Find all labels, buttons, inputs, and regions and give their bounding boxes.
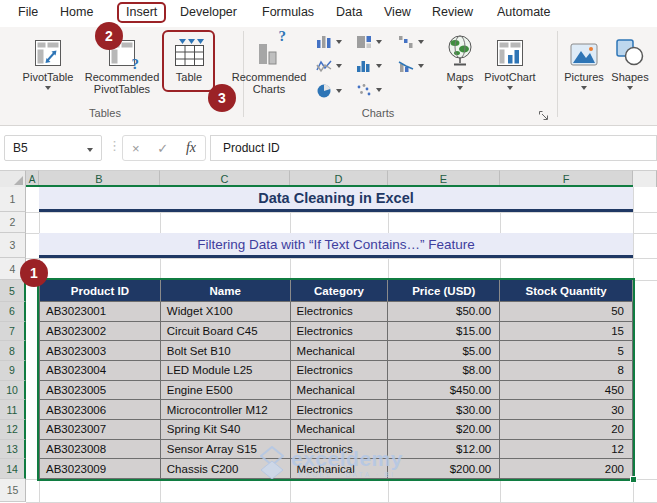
maps-button[interactable]: Maps (440, 32, 480, 90)
row-header-9[interactable]: 9 (0, 361, 26, 381)
table-cell[interactable]: Microcontroller M12 (161, 400, 291, 420)
menu-tab-insert[interactable]: Insert (117, 2, 166, 23)
pivottable-button[interactable]: PivotTable (16, 32, 80, 90)
table-header-cell[interactable]: Product ID (40, 280, 161, 302)
menu-tab-formulas[interactable]: Formulas (262, 5, 314, 19)
table-cell[interactable]: 5 (500, 341, 633, 361)
row-header-3[interactable]: 3 (0, 233, 26, 258)
row-header-1[interactable]: 1 (0, 187, 26, 212)
table-cell[interactable]: AB3023006 (40, 400, 161, 420)
table-cell[interactable]: 15 (500, 322, 633, 342)
pivotchart-button[interactable]: PivotChart (482, 32, 538, 90)
table-cell[interactable]: Bolt Set B10 (161, 341, 291, 361)
table-cell[interactable]: Chassis C200 (161, 459, 291, 479)
name-box[interactable]: B5 (4, 135, 102, 161)
column-chart-icon[interactable] (316, 35, 342, 49)
table-cell[interactable]: Sensor Array S15 (161, 440, 291, 460)
table-cell[interactable]: AB3023009 (40, 459, 161, 479)
table-cell[interactable]: Engine E500 (161, 381, 291, 401)
table-header-cell[interactable]: Category (291, 280, 389, 302)
worksheet-subtitle-cell[interactable]: Filtering Data with “If Text Contains…” … (39, 233, 633, 258)
worksheet-title-cell[interactable]: Data Cleaning in Excel (39, 187, 633, 212)
enter-icon[interactable]: ✓ (157, 141, 168, 156)
table-cell[interactable]: AB3023007 (40, 420, 161, 440)
table-cell[interactable]: Mechanical (291, 420, 389, 440)
row-header-13[interactable]: 13 (0, 440, 26, 460)
table-cell[interactable]: Electronics (291, 361, 389, 381)
menu-tab-home[interactable]: Home (60, 5, 93, 19)
menu-tab-developer[interactable]: Developer (180, 5, 237, 19)
row-header-14[interactable]: 14 (0, 459, 26, 479)
table-cell[interactable]: $8.00 (388, 361, 500, 381)
select-all-button[interactable] (0, 170, 26, 187)
shapes-button[interactable]: Shapes (608, 32, 652, 90)
table-cell[interactable]: $20.00 (388, 420, 500, 440)
table-cell[interactable]: AB3023002 (40, 322, 161, 342)
table-cell[interactable]: $200.00 (388, 459, 500, 479)
table-cell[interactable]: Electronics (291, 440, 389, 460)
table-cell[interactable]: Electronics (291, 302, 389, 322)
row-header-7[interactable]: 7 (0, 322, 26, 342)
recommended-pivottables-button[interactable]: ? Recommended PivotTables (82, 32, 162, 95)
chevron-down-icon (507, 86, 513, 90)
table-cell[interactable]: AB3023001 (40, 302, 161, 322)
row-header-10[interactable]: 10 (0, 381, 26, 401)
table-cell[interactable]: 50 (500, 302, 633, 322)
row-header-5[interactable]: 5 (0, 280, 26, 302)
recommended-charts-button[interactable]: ? Recommended Charts (234, 32, 304, 95)
combo-chart-icon[interactable] (398, 59, 424, 73)
table-cell[interactable]: 12 (500, 440, 633, 460)
table-cell[interactable]: 20 (500, 420, 633, 440)
pie-chart-icon[interactable] (316, 83, 342, 99)
table-cell[interactable]: $15.00 (388, 322, 500, 342)
table-cell[interactable]: Widget X100 (161, 302, 291, 322)
row-header-12[interactable]: 12 (0, 420, 26, 440)
table-cell[interactable]: Electronics (291, 322, 389, 342)
table-cell[interactable]: 200 (500, 459, 633, 479)
table-cell[interactable]: AB3023005 (40, 381, 161, 401)
table-cell[interactable]: $12.00 (388, 440, 500, 460)
row-header-2[interactable]: 2 (0, 212, 26, 233)
table-cell[interactable]: Mechanical (291, 459, 389, 479)
column-header-partial[interactable] (633, 170, 657, 187)
table-cell[interactable]: 450 (500, 381, 633, 401)
pivottable-label: PivotTable (23, 71, 74, 83)
table-cell[interactable]: LED Module L25 (161, 361, 291, 381)
cancel-icon[interactable]: × (132, 141, 140, 156)
pictures-button[interactable]: Pictures (562, 32, 606, 90)
menu-tab-review[interactable]: Review (432, 5, 473, 19)
table-header-cell[interactable]: Name (161, 280, 291, 302)
menu-tab-view[interactable]: View (384, 5, 411, 19)
menu-tab-automate[interactable]: Automate (497, 5, 551, 19)
table-cell[interactable]: Mechanical (291, 381, 389, 401)
table-cell[interactable]: AB3023008 (40, 440, 161, 460)
table-cell[interactable]: Electronics (291, 400, 389, 420)
scatter-chart-icon[interactable] (356, 83, 382, 97)
table-cell[interactable]: 8 (500, 361, 633, 381)
table-cell[interactable]: Mechanical (291, 341, 389, 361)
table-cell[interactable]: $50.00 (388, 302, 500, 322)
line-chart-icon[interactable] (316, 59, 342, 73)
table-cell[interactable]: 30 (500, 400, 633, 420)
row-header-11[interactable]: 11 (0, 400, 26, 420)
row-header-8[interactable]: 8 (0, 341, 26, 361)
charts-dialog-launcher-icon[interactable] (538, 107, 549, 125)
histogram-chart-icon[interactable] (356, 59, 382, 73)
menu-tab-file[interactable]: File (18, 5, 38, 19)
table-cell[interactable]: $30.00 (388, 400, 500, 420)
table-cell[interactable]: $450.00 (388, 381, 500, 401)
table-cell[interactable]: Circuit Board C45 (161, 322, 291, 342)
row-header-6[interactable]: 6 (0, 302, 26, 322)
insert-function-icon[interactable]: fx (186, 140, 196, 156)
menu-tab-data[interactable]: Data (336, 5, 362, 19)
row-header-15[interactable]: 15 (0, 479, 26, 502)
table-cell[interactable]: AB3023003 (40, 341, 161, 361)
table-header-cell[interactable]: Price (USD) (388, 280, 500, 302)
table-header-cell[interactable]: Stock Quantity (500, 280, 633, 302)
table-cell[interactable]: Spring Kit S40 (161, 420, 291, 440)
table-cell[interactable]: AB3023004 (40, 361, 161, 381)
hierarchy-chart-icon[interactable] (356, 35, 382, 49)
table-cell[interactable]: $5.00 (388, 341, 500, 361)
waterfall-chart-icon[interactable] (398, 35, 424, 49)
formula-input[interactable]: Product ID (210, 135, 657, 161)
